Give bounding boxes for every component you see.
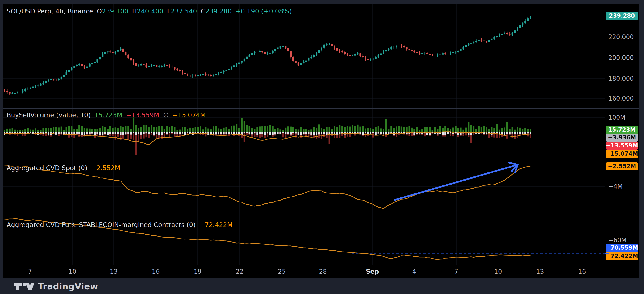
time-tick-label: 10 — [494, 268, 502, 275]
cvd-futs-value: −72.422M — [199, 221, 232, 228]
trend-arrow[interactable] — [394, 162, 518, 201]
ohlc-item: O239.100 — [97, 7, 128, 15]
footer-bar: TradingView — [0, 279, 644, 294]
volume-axis-label: 100M — [608, 114, 625, 121]
price-pane-canvas[interactable] — [3, 4, 604, 108]
cvd-spot-line — [4, 165, 530, 209]
time-tick-label: 16 — [578, 268, 586, 275]
time-tick-label: 4 — [412, 268, 416, 275]
cvd-futs-pane-canvas[interactable] — [3, 212, 604, 265]
chart-area: SOL/USD Perp, 4h, Binance O239.100H240.4… — [3, 4, 639, 279]
price-legend: SOL/USD Perp, 4h, Binance O239.100H240.4… — [6, 7, 292, 15]
cvd-futs-value-badge: −70.559M — [606, 244, 638, 252]
volume-legend: BuySellVolume (value, 10) 15.723M −13.55… — [6, 111, 206, 119]
volume-indicator-label: BuySellVolume (value, 10) — [6, 111, 91, 119]
cvd-spot-legend: Aggregated CVD Spot (0) −2.552M — [6, 164, 120, 171]
price-axis-label: 160.000 — [608, 95, 634, 102]
price-scale[interactable]: 220.000200.000180.000160.000239.280100M1… — [605, 4, 639, 265]
pane-separator[interactable] — [3, 162, 639, 162]
tradingview-chart-page: SOL/USD Perp, 4h, Binance O239.100H240.4… — [0, 0, 644, 294]
ohlc-item: L237.540 — [167, 7, 197, 15]
volume-value-badge: −3.936M — [606, 134, 638, 142]
cvd-futs-legend: Aggregated CVD Futs. STABLECOIN-margined… — [6, 221, 233, 228]
price-axis-label: 180.000 — [608, 75, 634, 82]
candlestick-series — [4, 16, 531, 95]
cvd-spot-value: −2.552M — [91, 164, 120, 171]
price-axis-label: 220.000 — [608, 33, 634, 41]
time-tick-label: 22 — [236, 268, 243, 275]
tradingview-logo-text: TradingView — [38, 282, 98, 291]
cvd-spot-axis-label: −4M — [608, 183, 623, 190]
pane-separator[interactable] — [3, 108, 639, 109]
time-tick-label: Sep — [366, 268, 379, 275]
volume-value-badge: −13.559M — [606, 142, 638, 149]
cvd-spot-value-badge: −2.552M — [606, 162, 638, 170]
ohlc-item: H240.400 — [132, 7, 163, 15]
volume-value-badge: −15.074M — [606, 150, 638, 158]
cvd-futs-value-badge: −72.422M — [606, 252, 638, 260]
level-line-axis-dash — [605, 253, 609, 254]
price-change: +0.190 (+0.08%) — [236, 7, 292, 15]
pane-separator[interactable] — [3, 212, 639, 212]
avg-volume-value: −15.074M — [172, 111, 206, 119]
tradingview-logo[interactable]: TradingView — [14, 282, 98, 291]
time-tick-label: 13 — [110, 268, 118, 275]
time-tick-label: 25 — [278, 268, 286, 275]
buy-volume-value: 15.723M — [94, 111, 122, 119]
time-scale[interactable]: 710131619222528Sep47101316 — [3, 265, 604, 279]
time-tick-label: 16 — [152, 268, 160, 275]
cvd-spot-label: Aggregated CVD Spot (0) — [6, 164, 87, 171]
empty-set-icon: ∅ — [163, 111, 169, 119]
time-tick-label: 28 — [319, 268, 327, 275]
price-axis-label: 200.000 — [608, 54, 634, 61]
time-tick-label: 19 — [194, 268, 202, 275]
time-tick-label: 10 — [68, 268, 76, 275]
volume-value-badge: 15.723M — [606, 126, 638, 134]
symbol-title: SOL/USD Perp, 4h, Binance — [6, 7, 93, 15]
last-price-badge: 239.280 — [606, 12, 638, 20]
cvd-futs-axis-label: −60M — [608, 237, 626, 244]
sell-volume-value: −13.559M — [126, 111, 159, 119]
ohlc-values: O239.100H240.400L237.540C239.280 — [97, 7, 232, 15]
tradingview-logo-icon — [14, 282, 34, 291]
time-tick-label: 13 — [536, 268, 544, 275]
ohlc-item: C239.280 — [201, 7, 232, 15]
time-tick-label: 7 — [454, 268, 458, 275]
time-tick-label: 7 — [28, 268, 32, 275]
cvd-futs-label: Aggregated CVD Futs. STABLECOIN-margined… — [6, 221, 196, 228]
